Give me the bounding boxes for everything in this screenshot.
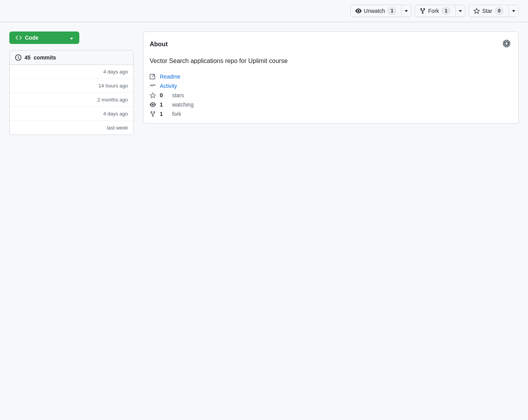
timestamp-3: 2 months ago bbox=[97, 97, 128, 103]
star-caret-button[interactable] bbox=[509, 5, 518, 17]
star-count: 0 bbox=[495, 7, 504, 15]
fork-caret-button[interactable] bbox=[456, 5, 465, 17]
unwatch-caret-button[interactable] bbox=[402, 5, 411, 17]
star-label: Star bbox=[482, 8, 492, 14]
commits-label: commits bbox=[34, 54, 56, 61]
book-icon bbox=[150, 74, 156, 80]
right-panel: About Vector Search applications repo fo… bbox=[143, 32, 519, 135]
star-chevron-down-icon bbox=[512, 10, 515, 12]
stars-label: stars bbox=[172, 92, 184, 98]
clock-icon bbox=[15, 54, 21, 61]
file-row-1: 4 days ago bbox=[10, 65, 133, 79]
star-button[interactable]: Star 0 bbox=[469, 5, 509, 17]
about-settings-button[interactable] bbox=[501, 38, 512, 50]
eye-icon bbox=[355, 8, 362, 14]
about-title: About bbox=[150, 41, 168, 48]
left-panel: Code 45 commits 4 days ago 14 hours ago bbox=[9, 32, 134, 135]
activity-icon bbox=[150, 83, 156, 89]
fork-stat-item: 1 fork bbox=[150, 111, 512, 117]
fork-label: Fork bbox=[428, 8, 439, 14]
timestamp-4: 4 days ago bbox=[103, 111, 128, 117]
star-icon bbox=[474, 8, 480, 14]
code-button-label: Code bbox=[25, 35, 38, 41]
fork-icon bbox=[420, 8, 426, 14]
fork-button[interactable]: Fork 1 bbox=[415, 5, 456, 17]
timestamp-5: last week bbox=[107, 125, 128, 131]
about-description: Vector Search applications repo for Upli… bbox=[150, 56, 512, 66]
commits-header[interactable]: 45 commits bbox=[10, 51, 133, 65]
watching-item: 1 watching bbox=[150, 102, 512, 108]
activity-link[interactable]: Activity bbox=[160, 83, 177, 89]
unwatch-count: 1 bbox=[387, 7, 397, 15]
unwatch-button[interactable]: Unwatch 1 bbox=[351, 5, 402, 17]
file-row-5: last week bbox=[10, 121, 133, 135]
commits-box: 45 commits 4 days ago 14 hours ago 2 mon… bbox=[9, 50, 134, 135]
eye-about-icon bbox=[150, 102, 156, 108]
code-button[interactable]: Code bbox=[9, 32, 79, 44]
unwatch-chevron-down-icon bbox=[405, 10, 408, 12]
file-row-3: 2 months ago bbox=[10, 93, 133, 107]
fork-stat-count: 1 bbox=[160, 111, 163, 117]
stars-count: 0 bbox=[160, 92, 163, 98]
about-section: About Vector Search applications repo fo… bbox=[143, 32, 519, 124]
about-header: About bbox=[150, 38, 512, 50]
code-icon bbox=[16, 35, 22, 41]
stars-item: 0 stars bbox=[150, 92, 512, 98]
readme-link[interactable]: Readme bbox=[160, 74, 180, 80]
readme-item: Readme bbox=[150, 74, 512, 80]
star-btn-group: Star 0 bbox=[469, 5, 519, 17]
file-row-2: 14 hours ago bbox=[10, 79, 133, 93]
fork-btn-group: Fork 1 bbox=[414, 5, 465, 17]
fork-chevron-down-icon bbox=[459, 10, 462, 12]
activity-item: Activity bbox=[150, 83, 512, 89]
unwatch-btn-group: Unwatch 1 bbox=[350, 5, 411, 17]
watching-label: watching bbox=[172, 102, 194, 108]
timestamp-2: 14 hours ago bbox=[98, 83, 128, 89]
top-bar: Unwatch 1 Fork 1 Star 0 bbox=[0, 0, 528, 22]
main-content: Code 45 commits 4 days ago 14 hours ago bbox=[0, 22, 528, 144]
about-links: Readme Activity 0 stars bbox=[150, 74, 512, 117]
fork-stat-label: fork bbox=[172, 111, 181, 117]
code-chevron-down-icon bbox=[70, 35, 73, 41]
watching-count: 1 bbox=[160, 102, 163, 108]
star-about-icon bbox=[150, 92, 156, 98]
unwatch-label: Unwatch bbox=[364, 8, 385, 14]
gear-icon bbox=[503, 40, 511, 47]
file-row-4: 4 days ago bbox=[10, 107, 133, 121]
timestamp-1: 4 days ago bbox=[103, 69, 128, 75]
commits-count: 45 bbox=[24, 54, 31, 61]
fork-count: 1 bbox=[441, 7, 451, 15]
svg-marker-0 bbox=[474, 9, 479, 14]
svg-marker-1 bbox=[150, 93, 156, 98]
fork-about-icon bbox=[150, 111, 156, 117]
